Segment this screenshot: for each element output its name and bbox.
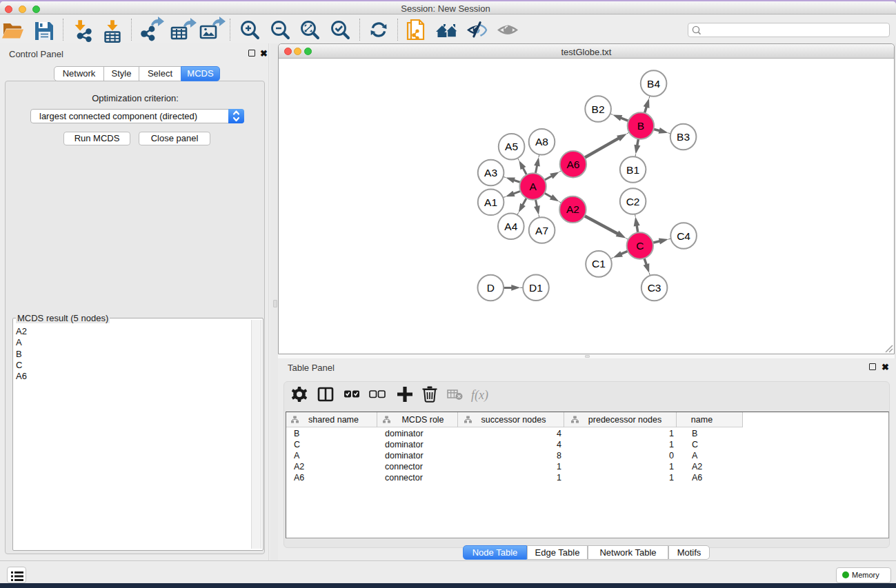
svg-text:C2: C2 [626,196,640,207]
svg-text:A7: A7 [535,225,548,236]
svg-text:D1: D1 [529,282,543,294]
svg-text:A2: A2 [566,203,579,215]
svg-text:A3: A3 [484,167,497,179]
svg-text:B3: B3 [677,131,690,143]
svg-text:C: C [636,240,644,252]
svg-text:D: D [487,282,495,294]
svg-text:B1: B1 [626,164,639,176]
svg-text:A6: A6 [566,159,579,170]
svg-text:B2: B2 [592,103,605,115]
svg-text:A4: A4 [504,221,517,232]
svg-text:B: B [637,120,644,132]
svg-text:A: A [529,181,537,192]
svg-text:C3: C3 [648,282,661,294]
svg-text:C4: C4 [677,230,690,242]
svg-text:A5: A5 [505,141,518,152]
svg-text:A8: A8 [535,136,548,148]
svg-text:B4: B4 [647,78,660,90]
svg-text:C1: C1 [592,258,606,270]
svg-text:f(x): f(x) [471,388,488,403]
svg-text:A1: A1 [484,196,497,208]
